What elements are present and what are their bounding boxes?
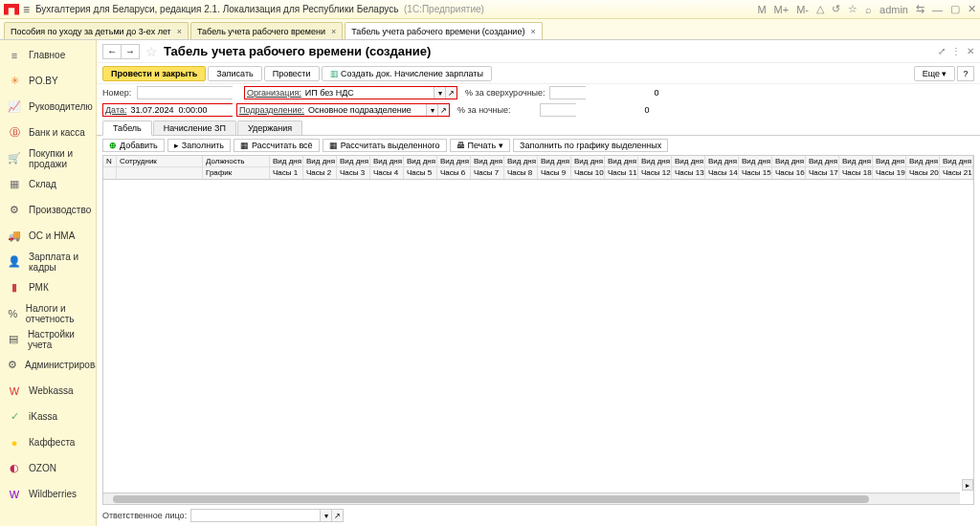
column-header[interactable]: ДолжностьГрафик [203, 156, 270, 179]
overtime-input[interactable] [550, 87, 661, 99]
h-scrollbar[interactable] [103, 493, 960, 504]
org-label[interactable]: Организация: [245, 88, 303, 98]
org-dropdown[interactable]: ▾ [434, 87, 445, 99]
close-page-icon[interactable]: ✕ [967, 46, 974, 56]
close-icon[interactable]: × [530, 27, 535, 36]
sidebar-item[interactable]: ▮РМК [0, 274, 96, 300]
day-column-header[interactable]: Вид дня 20Часы 20 [906, 156, 940, 179]
day-column-header[interactable]: Вид дня 12Часы 12 [638, 156, 672, 179]
org-input[interactable] [303, 87, 434, 99]
doc-tab[interactable]: Табель учета рабочего времени (создание)… [345, 22, 542, 39]
day-column-header[interactable]: Вид дня 15Часы 15 [739, 156, 772, 179]
close-icon[interactable]: × [331, 27, 336, 36]
sidebar-item[interactable]: 👤Зарплата и кадры [0, 249, 96, 274]
day-column-header[interactable]: Вид дня 9Часы 9 [538, 156, 571, 179]
sidebar-item[interactable]: 🛒Покупки и продажи [0, 145, 96, 171]
nav-back[interactable]: ← [102, 44, 122, 59]
responsible-input[interactable] [191, 510, 320, 521]
sidebar-item[interactable]: 📈Руководителю [0, 94, 96, 120]
link-icon[interactable]: ⤢ [938, 46, 946, 56]
sidebar-item[interactable]: ⚙Производство [0, 197, 96, 223]
fill-schedule-button[interactable]: Заполнить по графику выделенных [513, 139, 668, 152]
column-header[interactable]: Сотрудник [117, 156, 203, 179]
close-icon[interactable]: ✕ [968, 3, 976, 15]
minimize-icon[interactable]: — [932, 4, 943, 15]
post-button[interactable]: Провести [264, 66, 320, 81]
sidebar-item[interactable]: ▦Склад [0, 171, 96, 197]
more-icon[interactable]: ⋮ [951, 46, 961, 56]
day-column-header[interactable]: Вид дня 5Часы 5 [404, 156, 437, 179]
org-open[interactable]: ↗ [445, 87, 457, 99]
day-column-header[interactable]: Вид дня 16Часы 16 [772, 156, 806, 179]
day-column-header[interactable]: Вид дня 11Часы 11 [605, 156, 638, 179]
print-button[interactable]: 🖶 Печать ▾ [450, 139, 510, 152]
sidebar-item[interactable]: %Налоги и отчетность [0, 300, 96, 326]
post-close-button[interactable]: Провести и закрыть [102, 66, 206, 81]
create-salary-button[interactable]: ▥ Создать док. Начисление зарплаты [322, 66, 492, 81]
number-input[interactable] [138, 87, 249, 99]
close-icon[interactable]: × [177, 27, 182, 36]
day-column-header[interactable]: Вид дня 18Часы 18 [839, 156, 873, 179]
day-column-header[interactable]: Вид дня 21Часы 21 [940, 156, 973, 179]
add-row-button[interactable]: ⊕Добавить [102, 139, 165, 152]
sidebar-item[interactable]: 🚚ОС и НМА [0, 223, 96, 249]
search-icon[interactable]: ⌕ [865, 4, 872, 15]
sidebar-item[interactable]: ●Каффеста [0, 429, 96, 455]
day-column-header[interactable]: Вид дня 2Часы 2 [303, 156, 337, 179]
sidebar-item[interactable]: ◐OZON [0, 455, 96, 481]
sub-tab[interactable]: Удержания [237, 121, 302, 135]
sidebar-item[interactable]: ▤Настройки учета [0, 326, 96, 352]
responsible-open[interactable]: ↗ [331, 510, 343, 521]
recalc-button[interactable]: ▦ Рассчитать всё [234, 139, 320, 152]
day-column-header[interactable]: Вид дня 3Часы 3 [337, 156, 370, 179]
date-input[interactable] [128, 104, 239, 116]
subdiv-open[interactable]: ↗ [437, 104, 449, 116]
day-column-header[interactable]: Вид дня 1Часы 1 [270, 156, 303, 179]
day-column-header[interactable]: Вид дня 10Часы 10 [571, 156, 605, 179]
mplus-btn[interactable]: M+ [774, 4, 790, 15]
doc-tab[interactable]: Пособия по уходу за детьми до 3-ех лет× [4, 22, 189, 39]
night-input[interactable] [541, 104, 652, 116]
user-label[interactable]: admin [880, 4, 908, 15]
history-icon[interactable]: ↺ [832, 3, 840, 15]
sidebar-item[interactable]: ⚙Администрирование [0, 352, 96, 378]
day-column-header[interactable]: Вид дня 14Часы 14 [705, 156, 739, 179]
maximize-icon[interactable]: ▢ [950, 3, 960, 15]
sidebar-item[interactable]: ≡Главное [0, 42, 96, 68]
day-column-header[interactable]: Вид дня 17Часы 17 [806, 156, 839, 179]
responsible-dropdown[interactable]: ▾ [320, 510, 331, 521]
mminus-btn[interactable]: M- [796, 4, 809, 15]
menu-icon[interactable]: ≡ [23, 3, 30, 16]
sidebar-item[interactable]: ✳PO.BY [0, 68, 96, 94]
m-btn[interactable]: M [757, 4, 766, 15]
options-icon[interactable]: ⇆ [916, 3, 924, 15]
day-column-header[interactable]: Вид дня 19Часы 19 [873, 156, 906, 179]
fill-button[interactable]: ▸ Заполнить [167, 139, 231, 152]
day-column-header[interactable]: Вид дня 7Часы 7 [471, 156, 504, 179]
help-button[interactable]: ? [957, 66, 974, 81]
scroll-right-icon[interactable]: ▸ [962, 479, 973, 491]
date-label[interactable]: Дата: [103, 105, 128, 115]
day-column-header[interactable]: Вид дня 4Часы 4 [370, 156, 404, 179]
recalc-sel-button[interactable]: ▦ Рассчитать выделенного [323, 139, 447, 152]
day-column-header[interactable]: Вид дня 8Часы 8 [504, 156, 538, 179]
sub-tab[interactable]: Табель [102, 121, 152, 136]
save-button[interactable]: Записать [208, 66, 261, 81]
subdiv-input[interactable] [306, 104, 426, 116]
nav-fwd[interactable]: → [121, 44, 140, 59]
bell-icon[interactable]: △ [816, 3, 824, 15]
sidebar-item[interactable]: WWebkassa [0, 378, 96, 404]
sidebar-item[interactable]: ⒷБанк и касса [0, 120, 96, 145]
sidebar-item[interactable]: ✓iKassa [0, 404, 96, 429]
timesheet-grid[interactable]: NСотрудникДолжностьГрафикВид дня 1Часы 1… [102, 155, 974, 505]
sidebar-item[interactable]: WWildberries [0, 481, 96, 507]
column-header[interactable]: N [103, 156, 117, 179]
more-button[interactable]: Еще ▾ [914, 66, 955, 81]
day-column-header[interactable]: Вид дня 6Часы 6 [437, 156, 471, 179]
day-column-header[interactable]: Вид дня 13Часы 13 [672, 156, 705, 179]
sub-tab[interactable]: Начисление ЗП [153, 121, 236, 135]
star-icon[interactable]: ☆ [848, 3, 858, 15]
subdiv-dropdown[interactable]: ▾ [426, 104, 437, 116]
fav-icon[interactable]: ☆ [145, 44, 158, 59]
subdiv-label[interactable]: Подразделение: [237, 105, 306, 115]
